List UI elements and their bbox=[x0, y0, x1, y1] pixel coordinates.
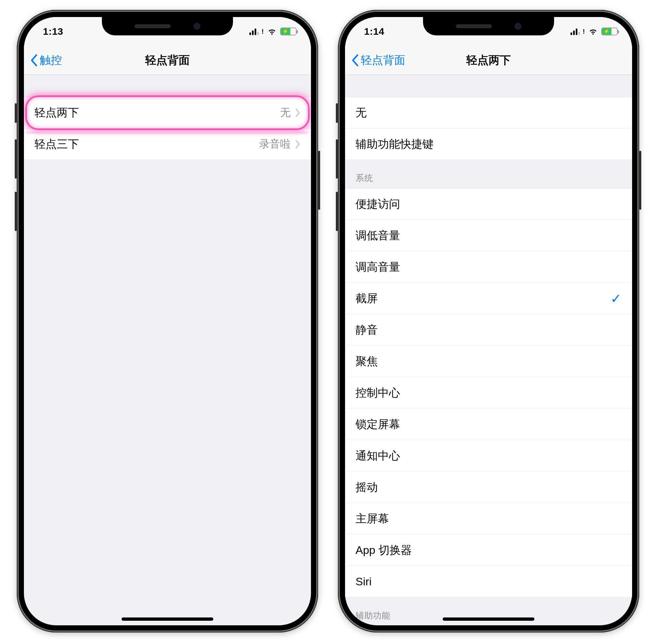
option-system-5[interactable]: 聚焦 bbox=[345, 346, 632, 377]
wifi-icon bbox=[267, 28, 277, 35]
back-label: 轻点背面 bbox=[361, 53, 405, 68]
volume-up-button[interactable] bbox=[15, 139, 17, 179]
option-system-6[interactable]: 控制中心 bbox=[345, 377, 632, 409]
battery-charging-icon: ⚡ bbox=[601, 27, 618, 36]
row-label: 静音 bbox=[355, 322, 378, 338]
back-label: 触控 bbox=[40, 53, 62, 68]
chevron-right-icon bbox=[295, 140, 301, 149]
row-label: 调高音量 bbox=[355, 259, 400, 275]
general-options-group: 无 辅助功能快捷键 bbox=[345, 97, 632, 160]
status-time: 1:14 bbox=[364, 26, 384, 37]
wifi-icon bbox=[588, 28, 598, 35]
power-button[interactable] bbox=[318, 151, 320, 210]
notch bbox=[423, 17, 554, 36]
row-label: 轻点三下 bbox=[34, 137, 79, 152]
option-system-0[interactable]: 便捷访问 bbox=[345, 188, 632, 220]
option-system-4[interactable]: 静音 bbox=[345, 314, 632, 346]
row-label: 主屏幕 bbox=[355, 511, 389, 526]
row-label: 便捷访问 bbox=[355, 197, 400, 212]
nav-bar: 触控 轻点背面 bbox=[24, 46, 311, 75]
row-label: 聚焦 bbox=[355, 354, 378, 369]
option-system-11[interactable]: App 切换器 bbox=[345, 534, 632, 566]
row-label: 截屏 bbox=[355, 291, 378, 306]
section-header-accessibility: 辅助功能 bbox=[345, 597, 632, 625]
content[interactable]: 无 辅助功能快捷键 系统 便捷访问调低音量调高音量截屏✓静音聚焦控制中心锁定屏幕… bbox=[345, 75, 632, 625]
status-icons: ! ⚡ bbox=[249, 27, 297, 36]
option-system-8[interactable]: 通知中心 bbox=[345, 440, 632, 472]
page-title: 轻点背面 bbox=[145, 53, 190, 68]
chevron-left-icon bbox=[351, 54, 359, 67]
row-label: 轻点两下 bbox=[34, 105, 79, 120]
cellular-signal-icon bbox=[570, 28, 580, 35]
option-system-12[interactable]: Siri bbox=[345, 566, 632, 597]
option-accessibility-shortcut[interactable]: 辅助功能快捷键 bbox=[345, 129, 632, 160]
status-time: 1:13 bbox=[43, 26, 63, 37]
option-none[interactable]: 无 bbox=[345, 97, 632, 129]
back-button[interactable]: 触控 bbox=[30, 46, 62, 74]
front-camera bbox=[515, 23, 521, 29]
row-label: 无 bbox=[355, 105, 367, 120]
battery-charging-icon: ⚡ bbox=[280, 27, 297, 36]
section-header-system: 系统 bbox=[345, 160, 632, 188]
row-double-tap[interactable]: 轻点两下 无 bbox=[24, 97, 311, 129]
option-system-10[interactable]: 主屏幕 bbox=[345, 503, 632, 534]
screen: 1:14 ! ⚡ 轻点背面 轻点两下 bbox=[345, 17, 632, 625]
front-camera bbox=[194, 23, 200, 29]
option-system-7[interactable]: 锁定屏幕 bbox=[345, 409, 632, 440]
row-label: 锁定屏幕 bbox=[355, 417, 400, 432]
option-system-3[interactable]: 截屏✓ bbox=[345, 283, 632, 314]
option-system-9[interactable]: 摇动 bbox=[345, 472, 632, 503]
volume-up-button[interactable] bbox=[336, 139, 338, 179]
row-value: 录音啦 bbox=[259, 137, 291, 152]
row-label: 摇动 bbox=[355, 480, 378, 495]
home-indicator[interactable] bbox=[443, 618, 534, 621]
cellular-signal-icon bbox=[249, 28, 259, 35]
volume-down-button[interactable] bbox=[15, 192, 17, 231]
speaker-grille bbox=[135, 24, 171, 28]
back-tap-options-group: 轻点两下 无 轻点三下 录音啦 bbox=[24, 97, 311, 160]
row-label: 控制中心 bbox=[355, 385, 400, 400]
back-button[interactable]: 轻点背面 bbox=[351, 46, 405, 74]
row-label: 调低音量 bbox=[355, 228, 400, 243]
option-system-2[interactable]: 调高音量 bbox=[345, 251, 632, 283]
row-value: 无 bbox=[280, 106, 291, 120]
phone-right: 1:14 ! ⚡ 轻点背面 轻点两下 bbox=[338, 10, 639, 632]
signal-alert-icon: ! bbox=[261, 28, 264, 36]
signal-alert-icon: ! bbox=[583, 28, 585, 36]
checkmark-icon: ✓ bbox=[610, 291, 622, 306]
row-triple-tap[interactable]: 轻点三下 录音啦 bbox=[24, 129, 311, 160]
phone-left: 1:13 ! ⚡ 触控 轻点背面 bbox=[17, 10, 318, 632]
status-icons: ! ⚡ bbox=[570, 27, 618, 36]
row-label: 辅助功能快捷键 bbox=[355, 137, 434, 152]
power-button[interactable] bbox=[639, 151, 641, 210]
mute-switch[interactable] bbox=[336, 103, 338, 123]
row-label: Siri bbox=[355, 575, 372, 588]
screen: 1:13 ! ⚡ 触控 轻点背面 bbox=[24, 17, 311, 625]
row-label: 通知中心 bbox=[355, 448, 400, 463]
content: 轻点两下 无 轻点三下 录音啦 bbox=[24, 75, 311, 625]
chevron-right-icon bbox=[295, 108, 301, 117]
nav-bar: 轻点背面 轻点两下 bbox=[345, 46, 632, 75]
notch bbox=[102, 17, 233, 36]
mute-switch[interactable] bbox=[15, 103, 17, 123]
page-title: 轻点两下 bbox=[466, 53, 511, 68]
chevron-left-icon bbox=[30, 54, 38, 67]
home-indicator[interactable] bbox=[122, 618, 213, 621]
row-label: App 切换器 bbox=[355, 543, 412, 558]
speaker-grille bbox=[456, 24, 492, 28]
system-options-group: 便捷访问调低音量调高音量截屏✓静音聚焦控制中心锁定屏幕通知中心摇动主屏幕App … bbox=[345, 188, 632, 597]
option-system-1[interactable]: 调低音量 bbox=[345, 220, 632, 251]
volume-down-button[interactable] bbox=[336, 192, 338, 231]
